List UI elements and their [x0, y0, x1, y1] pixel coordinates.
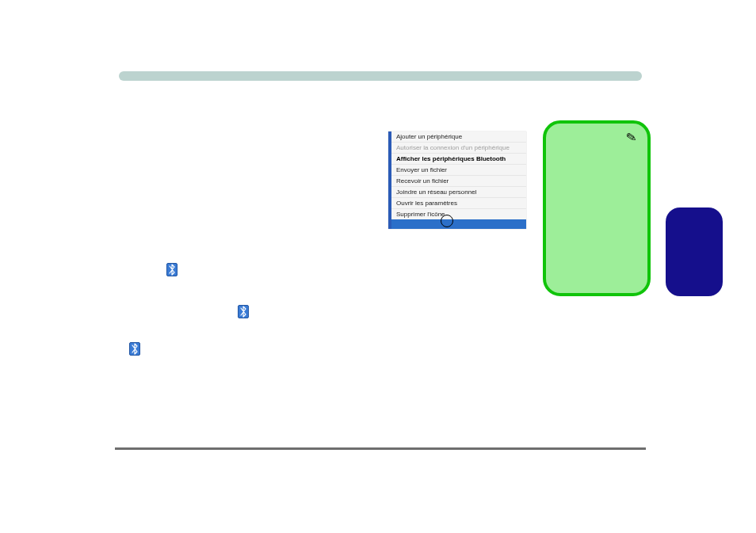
- bluetooth-context-menu: Ajouter un périphérique Autoriser la con…: [388, 131, 526, 229]
- menu-item-remove-icon[interactable]: Supprimer l'icône: [391, 209, 526, 219]
- edit-pen-icon[interactable]: ✎: [624, 129, 637, 146]
- footer-separator: [115, 447, 646, 450]
- menu-item-show-devices[interactable]: Afficher les périphériques Bluetooth: [391, 154, 526, 165]
- menu-item-send-file[interactable]: Envoyer un fichier: [391, 165, 526, 176]
- menu-taskbar-strip: [391, 219, 526, 229]
- menu-item-receive-file[interactable]: Recevoir un fichier: [391, 176, 526, 187]
- blue-side-box: [666, 207, 723, 296]
- menu-item-join-pan[interactable]: Joindre un réseau personnel: [391, 187, 526, 198]
- menu-item-open-settings[interactable]: Ouvrir les paramètres: [391, 198, 526, 209]
- header-separator: [119, 71, 642, 81]
- bluetooth-icon: [238, 305, 249, 318]
- cursor-highlight-circle: [441, 215, 453, 227]
- menu-item-add-device[interactable]: Ajouter un périphérique: [391, 131, 526, 143]
- bluetooth-icon: [129, 342, 140, 356]
- bluetooth-icon: [166, 263, 178, 276]
- menu-item-allow-connection: Autoriser la connexion d'un périphérique: [391, 143, 526, 154]
- sticky-note[interactable]: ✎: [543, 120, 651, 296]
